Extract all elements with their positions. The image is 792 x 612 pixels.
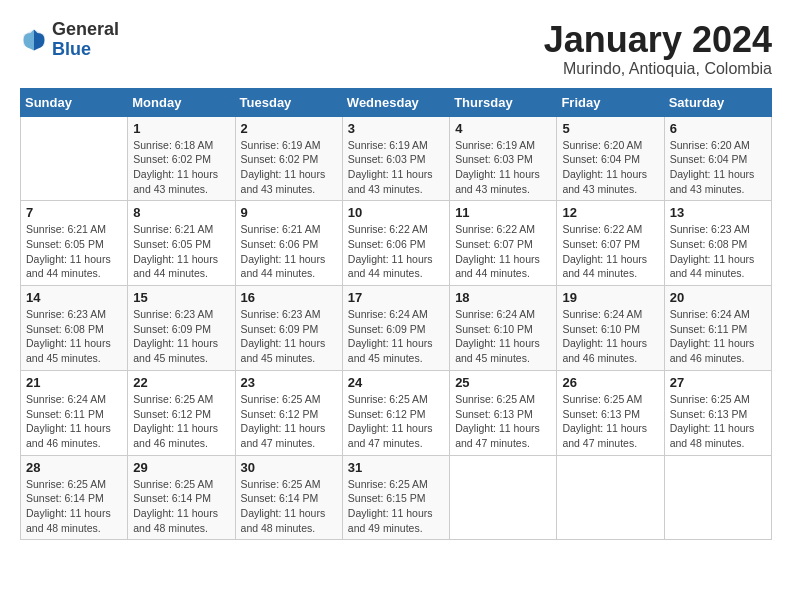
day-info: Sunrise: 6:19 AM Sunset: 6:02 PM Dayligh… — [241, 138, 337, 197]
location-text: Murindo, Antioquia, Colombia — [544, 60, 772, 78]
calendar-week-row: 14Sunrise: 6:23 AM Sunset: 6:08 PM Dayli… — [21, 286, 772, 371]
weekday-header: Thursday — [450, 88, 557, 116]
weekday-header: Friday — [557, 88, 664, 116]
calendar-cell: 24Sunrise: 6:25 AM Sunset: 6:12 PM Dayli… — [342, 370, 449, 455]
day-number: 6 — [670, 121, 766, 136]
day-number: 26 — [562, 375, 658, 390]
day-info: Sunrise: 6:23 AM Sunset: 6:09 PM Dayligh… — [241, 307, 337, 366]
day-info: Sunrise: 6:25 AM Sunset: 6:15 PM Dayligh… — [348, 477, 444, 536]
calendar-table: SundayMondayTuesdayWednesdayThursdayFrid… — [20, 88, 772, 541]
calendar-cell: 22Sunrise: 6:25 AM Sunset: 6:12 PM Dayli… — [128, 370, 235, 455]
calendar-cell: 13Sunrise: 6:23 AM Sunset: 6:08 PM Dayli… — [664, 201, 771, 286]
calendar-cell: 25Sunrise: 6:25 AM Sunset: 6:13 PM Dayli… — [450, 370, 557, 455]
day-info: Sunrise: 6:25 AM Sunset: 6:14 PM Dayligh… — [26, 477, 122, 536]
month-year-title: January 2024 — [544, 20, 772, 60]
logo-general-text: General — [52, 19, 119, 39]
day-info: Sunrise: 6:18 AM Sunset: 6:02 PM Dayligh… — [133, 138, 229, 197]
calendar-cell: 9Sunrise: 6:21 AM Sunset: 6:06 PM Daylig… — [235, 201, 342, 286]
calendar-cell: 8Sunrise: 6:21 AM Sunset: 6:05 PM Daylig… — [128, 201, 235, 286]
calendar-cell: 15Sunrise: 6:23 AM Sunset: 6:09 PM Dayli… — [128, 286, 235, 371]
day-number: 30 — [241, 460, 337, 475]
calendar-cell: 11Sunrise: 6:22 AM Sunset: 6:07 PM Dayli… — [450, 201, 557, 286]
calendar-cell: 5Sunrise: 6:20 AM Sunset: 6:04 PM Daylig… — [557, 116, 664, 201]
logo-icon — [20, 26, 48, 54]
day-info: Sunrise: 6:21 AM Sunset: 6:06 PM Dayligh… — [241, 222, 337, 281]
day-number: 21 — [26, 375, 122, 390]
page-header: General Blue January 2024 Murindo, Antio… — [20, 20, 772, 78]
calendar-cell: 4Sunrise: 6:19 AM Sunset: 6:03 PM Daylig… — [450, 116, 557, 201]
calendar-cell: 17Sunrise: 6:24 AM Sunset: 6:09 PM Dayli… — [342, 286, 449, 371]
day-number: 22 — [133, 375, 229, 390]
day-info: Sunrise: 6:22 AM Sunset: 6:07 PM Dayligh… — [562, 222, 658, 281]
day-info: Sunrise: 6:23 AM Sunset: 6:08 PM Dayligh… — [26, 307, 122, 366]
calendar-week-row: 7Sunrise: 6:21 AM Sunset: 6:05 PM Daylig… — [21, 201, 772, 286]
day-info: Sunrise: 6:25 AM Sunset: 6:13 PM Dayligh… — [670, 392, 766, 451]
calendar-cell: 31Sunrise: 6:25 AM Sunset: 6:15 PM Dayli… — [342, 455, 449, 540]
day-number: 12 — [562, 205, 658, 220]
calendar-cell: 1Sunrise: 6:18 AM Sunset: 6:02 PM Daylig… — [128, 116, 235, 201]
calendar-cell: 18Sunrise: 6:24 AM Sunset: 6:10 PM Dayli… — [450, 286, 557, 371]
day-number: 1 — [133, 121, 229, 136]
day-info: Sunrise: 6:24 AM Sunset: 6:10 PM Dayligh… — [455, 307, 551, 366]
calendar-cell: 14Sunrise: 6:23 AM Sunset: 6:08 PM Dayli… — [21, 286, 128, 371]
calendar-cell: 29Sunrise: 6:25 AM Sunset: 6:14 PM Dayli… — [128, 455, 235, 540]
weekday-header: Wednesday — [342, 88, 449, 116]
weekday-header: Saturday — [664, 88, 771, 116]
day-info: Sunrise: 6:24 AM Sunset: 6:09 PM Dayligh… — [348, 307, 444, 366]
calendar-week-row: 1Sunrise: 6:18 AM Sunset: 6:02 PM Daylig… — [21, 116, 772, 201]
calendar-cell: 12Sunrise: 6:22 AM Sunset: 6:07 PM Dayli… — [557, 201, 664, 286]
day-info: Sunrise: 6:22 AM Sunset: 6:06 PM Dayligh… — [348, 222, 444, 281]
title-block: January 2024 Murindo, Antioquia, Colombi… — [544, 20, 772, 78]
calendar-cell: 26Sunrise: 6:25 AM Sunset: 6:13 PM Dayli… — [557, 370, 664, 455]
calendar-cell: 7Sunrise: 6:21 AM Sunset: 6:05 PM Daylig… — [21, 201, 128, 286]
day-info: Sunrise: 6:19 AM Sunset: 6:03 PM Dayligh… — [348, 138, 444, 197]
day-info: Sunrise: 6:25 AM Sunset: 6:12 PM Dayligh… — [348, 392, 444, 451]
weekday-header: Monday — [128, 88, 235, 116]
calendar-cell — [557, 455, 664, 540]
day-number: 16 — [241, 290, 337, 305]
day-info: Sunrise: 6:20 AM Sunset: 6:04 PM Dayligh… — [670, 138, 766, 197]
day-info: Sunrise: 6:23 AM Sunset: 6:09 PM Dayligh… — [133, 307, 229, 366]
calendar-cell — [450, 455, 557, 540]
calendar-week-row: 21Sunrise: 6:24 AM Sunset: 6:11 PM Dayli… — [21, 370, 772, 455]
day-number: 2 — [241, 121, 337, 136]
day-number: 15 — [133, 290, 229, 305]
calendar-cell — [664, 455, 771, 540]
day-number: 8 — [133, 205, 229, 220]
weekday-header: Sunday — [21, 88, 128, 116]
day-number: 4 — [455, 121, 551, 136]
day-number: 20 — [670, 290, 766, 305]
calendar-cell: 6Sunrise: 6:20 AM Sunset: 6:04 PM Daylig… — [664, 116, 771, 201]
day-number: 28 — [26, 460, 122, 475]
calendar-week-row: 28Sunrise: 6:25 AM Sunset: 6:14 PM Dayli… — [21, 455, 772, 540]
day-number: 17 — [348, 290, 444, 305]
logo-blue-text: Blue — [52, 39, 91, 59]
calendar-cell — [21, 116, 128, 201]
calendar-cell: 2Sunrise: 6:19 AM Sunset: 6:02 PM Daylig… — [235, 116, 342, 201]
calendar-cell: 23Sunrise: 6:25 AM Sunset: 6:12 PM Dayli… — [235, 370, 342, 455]
calendar-cell: 3Sunrise: 6:19 AM Sunset: 6:03 PM Daylig… — [342, 116, 449, 201]
calendar-cell: 10Sunrise: 6:22 AM Sunset: 6:06 PM Dayli… — [342, 201, 449, 286]
calendar-cell: 16Sunrise: 6:23 AM Sunset: 6:09 PM Dayli… — [235, 286, 342, 371]
day-info: Sunrise: 6:25 AM Sunset: 6:13 PM Dayligh… — [562, 392, 658, 451]
day-number: 31 — [348, 460, 444, 475]
day-number: 23 — [241, 375, 337, 390]
day-info: Sunrise: 6:23 AM Sunset: 6:08 PM Dayligh… — [670, 222, 766, 281]
calendar-cell: 30Sunrise: 6:25 AM Sunset: 6:14 PM Dayli… — [235, 455, 342, 540]
day-info: Sunrise: 6:24 AM Sunset: 6:10 PM Dayligh… — [562, 307, 658, 366]
day-info: Sunrise: 6:19 AM Sunset: 6:03 PM Dayligh… — [455, 138, 551, 197]
day-number: 13 — [670, 205, 766, 220]
day-number: 10 — [348, 205, 444, 220]
calendar-cell: 19Sunrise: 6:24 AM Sunset: 6:10 PM Dayli… — [557, 286, 664, 371]
calendar-cell: 21Sunrise: 6:24 AM Sunset: 6:11 PM Dayli… — [21, 370, 128, 455]
weekday-header: Tuesday — [235, 88, 342, 116]
day-number: 9 — [241, 205, 337, 220]
day-number: 3 — [348, 121, 444, 136]
day-info: Sunrise: 6:21 AM Sunset: 6:05 PM Dayligh… — [26, 222, 122, 281]
day-number: 29 — [133, 460, 229, 475]
day-info: Sunrise: 6:21 AM Sunset: 6:05 PM Dayligh… — [133, 222, 229, 281]
day-info: Sunrise: 6:22 AM Sunset: 6:07 PM Dayligh… — [455, 222, 551, 281]
day-number: 7 — [26, 205, 122, 220]
day-number: 18 — [455, 290, 551, 305]
calendar-cell: 27Sunrise: 6:25 AM Sunset: 6:13 PM Dayli… — [664, 370, 771, 455]
